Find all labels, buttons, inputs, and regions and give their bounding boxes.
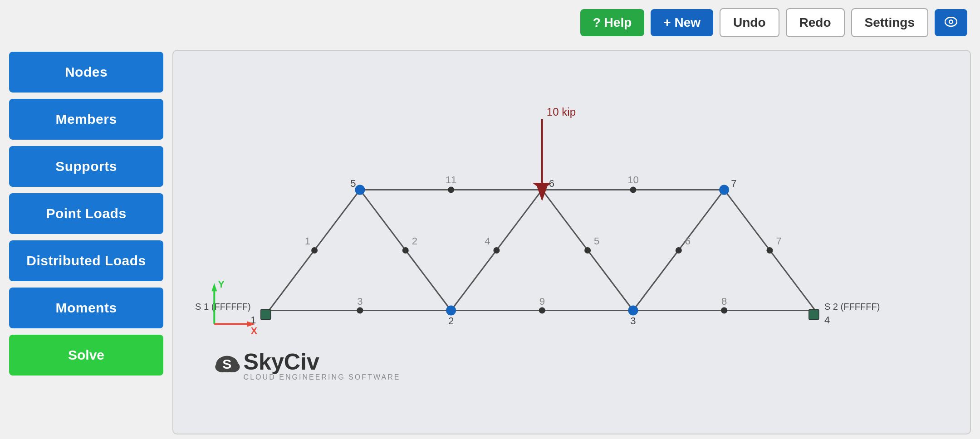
svg-point-15: [402, 247, 409, 254]
settings-button[interactable]: Settings: [851, 8, 928, 37]
svg-point-38: [628, 306, 637, 315]
svg-text:Y: Y: [218, 278, 225, 290]
svg-text:5: 5: [350, 178, 356, 189]
truss-diagram: 1 2 3 4 5 6 7 8 9 10 11: [173, 51, 970, 434]
distributed-loads-button[interactable]: Distributed Loads: [9, 240, 163, 281]
members-button[interactable]: Members: [9, 99, 163, 140]
supports-button[interactable]: Supports: [9, 146, 163, 187]
svg-point-14: [311, 247, 318, 254]
new-button[interactable]: + New: [651, 9, 713, 36]
svg-text:CLOUD ENGINEERING SOFTWARE: CLOUD ENGINEERING SOFTWARE: [244, 373, 401, 381]
redo-button[interactable]: Redo: [786, 8, 845, 37]
svg-text:2: 2: [448, 315, 454, 327]
svg-point-16: [357, 307, 363, 313]
svg-text:7: 7: [776, 235, 781, 247]
svg-point-2: [950, 21, 952, 23]
svg-point-22: [721, 307, 727, 313]
canvas-area[interactable]: 1 2 3 4 5 6 7 8 9 10 11: [172, 50, 971, 434]
svg-text:4: 4: [824, 314, 830, 326]
svg-text:S 1 (FFFFFF): S 1 (FFFFFF): [195, 302, 250, 312]
svg-text:S: S: [222, 356, 231, 371]
svg-text:7: 7: [731, 178, 736, 189]
main-layout: Nodes Members Supports Point Loads Distr…: [0, 45, 980, 439]
svg-text:4: 4: [485, 235, 490, 247]
svg-text:SkyCiv: SkyCiv: [244, 349, 319, 375]
svg-text:X: X: [251, 325, 258, 337]
svg-point-19: [539, 307, 545, 313]
svg-point-24: [448, 187, 454, 193]
svg-text:9: 9: [539, 296, 545, 307]
svg-marker-56: [211, 283, 217, 291]
svg-text:3: 3: [630, 315, 636, 327]
svg-point-42: [720, 185, 729, 195]
svg-point-17: [493, 247, 500, 254]
svg-rect-39: [809, 310, 819, 320]
point-loads-button[interactable]: Point Loads: [9, 193, 163, 234]
svg-point-40: [355, 185, 364, 195]
svg-text:6: 6: [685, 235, 691, 247]
svg-text:8: 8: [721, 296, 727, 307]
svg-point-18: [584, 247, 591, 254]
eye-button[interactable]: [935, 9, 967, 36]
undo-button[interactable]: Undo: [720, 8, 779, 37]
nodes-button[interactable]: Nodes: [9, 52, 163, 93]
svg-text:3: 3: [357, 296, 363, 307]
sidebar: Nodes Members Supports Point Loads Distr…: [0, 45, 172, 439]
svg-point-37: [446, 306, 456, 315]
svg-rect-36: [261, 310, 271, 320]
svg-text:2: 2: [412, 235, 417, 247]
topbar: ? Help + New Undo Redo Settings: [0, 0, 980, 45]
svg-point-23: [630, 187, 636, 193]
svg-text:5: 5: [594, 235, 599, 247]
solve-button[interactable]: Solve: [9, 335, 163, 376]
help-button[interactable]: ? Help: [580, 9, 645, 36]
svg-point-20: [676, 247, 682, 254]
svg-point-21: [766, 247, 773, 254]
svg-text:11: 11: [446, 174, 457, 185]
moments-button[interactable]: Moments: [9, 288, 163, 328]
svg-marker-41: [533, 183, 551, 190]
svg-text:10 kip: 10 kip: [547, 106, 576, 118]
svg-text:1: 1: [305, 235, 310, 247]
svg-text:6: 6: [549, 178, 554, 189]
svg-text:10: 10: [627, 174, 639, 185]
svg-text:S 2 (FFFFFF): S 2 (FFFFFF): [824, 302, 880, 312]
